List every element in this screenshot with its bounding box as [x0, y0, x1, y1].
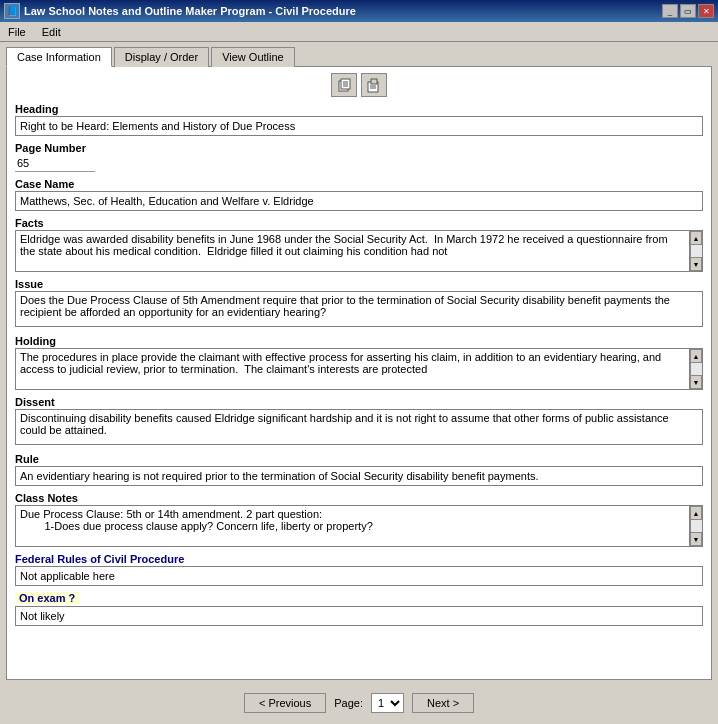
holding-scroll-up[interactable]: ▲ — [690, 349, 702, 363]
issue-input[interactable] — [15, 291, 703, 327]
facts-group: Facts ▲ ▼ — [15, 217, 703, 272]
heading-group: Heading — [15, 103, 703, 136]
federal-rules-group: Federal Rules of Civil Procedure — [15, 553, 703, 586]
tab-view-outline[interactable]: View Outline — [211, 47, 295, 67]
facts-scroll-down[interactable]: ▼ — [690, 257, 702, 271]
holding-input[interactable] — [15, 348, 689, 390]
case-name-label: Case Name — [15, 178, 703, 190]
dissent-group: Dissent — [15, 396, 703, 447]
holding-scroll-track — [690, 363, 702, 375]
page-select[interactable]: 1 — [371, 693, 404, 713]
menu-file[interactable]: File — [4, 25, 30, 39]
case-name-group: Case Name — [15, 178, 703, 211]
class-notes-label: Class Notes — [15, 492, 703, 504]
dissent-label: Dissent — [15, 396, 703, 408]
paste-icon — [366, 77, 382, 93]
facts-input[interactable] — [15, 230, 689, 272]
dissent-input[interactable] — [15, 409, 703, 445]
heading-label: Heading — [15, 103, 703, 115]
close-button[interactable]: ✕ — [698, 4, 714, 18]
class-notes-group: Class Notes ▲ ▼ — [15, 492, 703, 547]
class-notes-scroll-down[interactable]: ▼ — [690, 532, 702, 546]
menu-edit[interactable]: Edit — [38, 25, 65, 39]
title-bar: 📘 Law School Notes and Outline Maker Pro… — [0, 0, 718, 22]
svg-rect-6 — [371, 79, 377, 84]
case-name-input[interactable] — [15, 191, 703, 211]
next-button[interactable]: Next > — [412, 693, 474, 713]
rule-group: Rule — [15, 453, 703, 486]
holding-label: Holding — [15, 335, 703, 347]
page-number-label: Page Number — [15, 142, 703, 154]
app-icon: 📘 — [4, 3, 20, 19]
window-title: Law School Notes and Outline Maker Progr… — [24, 5, 356, 17]
copy-button[interactable] — [331, 73, 357, 97]
class-notes-field-container: ▲ ▼ — [15, 505, 703, 547]
main-content: Heading Page Number Case Name Facts ▲ ▼ … — [6, 66, 712, 680]
on-exam-label: On exam ? — [17, 592, 77, 604]
holding-scroll-down[interactable]: ▼ — [690, 375, 702, 389]
holding-scrollbar[interactable]: ▲ ▼ — [689, 348, 703, 390]
minimize-button[interactable]: _ — [662, 4, 678, 18]
rule-label: Rule — [15, 453, 703, 465]
menu-bar: File Edit — [0, 22, 718, 42]
facts-scroll-track — [690, 245, 702, 257]
page-number-group: Page Number — [15, 142, 703, 172]
toolbar — [15, 73, 703, 97]
facts-scroll-up[interactable]: ▲ — [690, 231, 702, 245]
issue-group: Issue — [15, 278, 703, 329]
title-bar-left: 📘 Law School Notes and Outline Maker Pro… — [4, 3, 356, 19]
maximize-button[interactable]: ▭ — [680, 4, 696, 18]
tab-case-information[interactable]: Case Information — [6, 47, 112, 67]
bottom-nav: < Previous Page: 1 Next > — [0, 684, 718, 722]
facts-scrollbar[interactable]: ▲ ▼ — [689, 230, 703, 272]
federal-rules-label: Federal Rules of Civil Procedure — [15, 553, 703, 565]
on-exam-input[interactable] — [15, 606, 703, 626]
federal-rules-input[interactable] — [15, 566, 703, 586]
holding-group: Holding ▲ ▼ — [15, 335, 703, 390]
previous-button[interactable]: < Previous — [244, 693, 326, 713]
tab-display-order[interactable]: Display / Order — [114, 47, 209, 67]
issue-label: Issue — [15, 278, 703, 290]
class-notes-scroll-track — [690, 520, 702, 532]
window-controls: _ ▭ ✕ — [662, 4, 714, 18]
copy-icon — [336, 77, 352, 93]
page-label: Page: — [334, 697, 363, 709]
tab-bar: Case Information Display / Order View Ou… — [0, 42, 718, 66]
page-number-input[interactable] — [15, 155, 95, 172]
rule-input[interactable] — [15, 466, 703, 486]
heading-input[interactable] — [15, 116, 703, 136]
paste-button[interactable] — [361, 73, 387, 97]
on-exam-group: On exam ? — [15, 592, 703, 626]
class-notes-scrollbar[interactable]: ▲ ▼ — [689, 505, 703, 547]
class-notes-input[interactable] — [15, 505, 689, 547]
holding-field-container: ▲ ▼ — [15, 348, 703, 390]
facts-field-container: ▲ ▼ — [15, 230, 703, 272]
facts-label: Facts — [15, 217, 703, 229]
class-notes-scroll-up[interactable]: ▲ — [690, 506, 702, 520]
